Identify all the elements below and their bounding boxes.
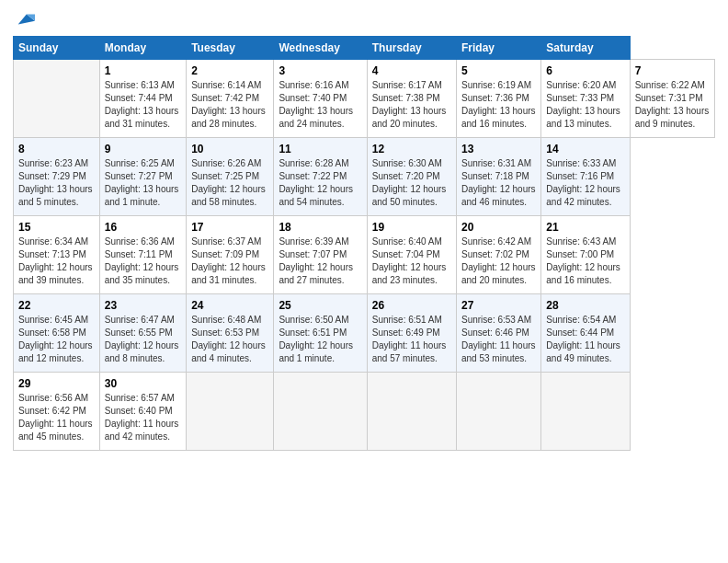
day-info: Sunrise: 6:40 AMSunset: 7:04 PMDaylight:… — [372, 236, 451, 287]
day-number: 18 — [279, 220, 361, 235]
day-info: Sunrise: 6:45 AMSunset: 6:58 PMDaylight:… — [18, 314, 95, 365]
daylight: Daylight: 13 hours and 16 minutes. — [461, 106, 536, 129]
calendar-cell: 26Sunrise: 6:51 AMSunset: 6:49 PMDayligh… — [367, 293, 456, 372]
sunset: Sunset: 7:00 PM — [546, 249, 614, 259]
daylight: Daylight: 13 hours and 20 minutes. — [372, 106, 447, 129]
sunrise: Sunrise: 6:25 AM — [105, 158, 175, 168]
sunrise: Sunrise: 6:16 AM — [279, 80, 348, 90]
daylight: Daylight: 13 hours and 24 minutes. — [279, 106, 353, 129]
calendar-cell: 8Sunrise: 6:23 AMSunset: 7:29 PMDaylight… — [14, 137, 100, 215]
sunrise: Sunrise: 6:54 AM — [546, 315, 616, 325]
day-of-week-monday: Monday — [99, 36, 186, 59]
day-info: Sunrise: 6:25 AMSunset: 7:27 PMDaylight:… — [105, 157, 181, 209]
calendar-cell — [14, 59, 100, 137]
sunrise: Sunrise: 6:45 AM — [18, 315, 88, 325]
day-info: Sunrise: 6:13 AMSunset: 7:44 PMDaylight:… — [105, 79, 181, 131]
day-number: 6 — [546, 63, 624, 78]
calendar-cell: 13Sunrise: 6:31 AMSunset: 7:18 PMDayligh… — [456, 137, 540, 215]
calendar-cell: 21Sunrise: 6:43 AMSunset: 7:00 PMDayligh… — [541, 215, 630, 293]
day-number: 4 — [372, 63, 451, 78]
sunset: Sunset: 6:44 PM — [546, 327, 614, 338]
day-number: 24 — [191, 298, 268, 313]
day-info: Sunrise: 6:28 AMSunset: 7:22 PMDaylight:… — [279, 157, 361, 209]
day-info: Sunrise: 6:54 AMSunset: 6:44 PMDaylight:… — [546, 314, 624, 365]
sunrise: Sunrise: 6:51 AM — [372, 315, 442, 325]
calendar-cell: 23Sunrise: 6:47 AMSunset: 6:55 PMDayligh… — [99, 293, 186, 372]
calendar-cell: 2Sunrise: 6:14 AMSunset: 7:42 PMDaylight… — [187, 59, 274, 137]
daylight: Daylight: 13 hours and 5 minutes. — [18, 184, 93, 207]
day-number: 3 — [279, 63, 361, 78]
sunrise: Sunrise: 6:13 AM — [105, 80, 175, 90]
sunset: Sunset: 6:42 PM — [18, 406, 86, 416]
calendar-week-4: 22Sunrise: 6:45 AMSunset: 6:58 PMDayligh… — [14, 293, 715, 372]
sunrise: Sunrise: 6:31 AM — [461, 158, 531, 168]
daylight: Daylight: 12 hours and 54 minutes. — [279, 184, 353, 207]
daylight: Daylight: 12 hours and 20 minutes. — [461, 262, 536, 285]
calendar-cell — [187, 372, 274, 450]
day-info: Sunrise: 6:14 AMSunset: 7:42 PMDaylight:… — [191, 79, 268, 131]
day-info: Sunrise: 6:39 AMSunset: 7:07 PMDaylight:… — [279, 236, 361, 287]
calendar-cell: 27Sunrise: 6:53 AMSunset: 6:46 PMDayligh… — [456, 293, 540, 372]
day-number: 2 — [191, 63, 268, 78]
sunrise: Sunrise: 6:36 AM — [105, 236, 175, 247]
daylight: Daylight: 11 hours and 45 minutes. — [18, 419, 93, 442]
calendar-cell — [456, 372, 540, 450]
sunset: Sunset: 7:09 PM — [191, 249, 259, 259]
day-info: Sunrise: 6:42 AMSunset: 7:02 PMDaylight:… — [461, 236, 536, 287]
calendar-cell: 29Sunrise: 6:56 AMSunset: 6:42 PMDayligh… — [14, 372, 100, 450]
logo-icon — [15, 9, 35, 29]
calendar-cell: 20Sunrise: 6:42 AMSunset: 7:02 PMDayligh… — [456, 215, 540, 293]
day-number: 14 — [546, 142, 624, 156]
sunrise: Sunrise: 6:47 AM — [105, 315, 175, 325]
day-number: 27 — [461, 298, 536, 313]
daylight: Daylight: 11 hours and 49 minutes. — [546, 340, 620, 363]
daylight: Daylight: 11 hours and 57 minutes. — [372, 340, 447, 363]
calendar-week-5: 29Sunrise: 6:56 AMSunset: 6:42 PMDayligh… — [14, 372, 715, 450]
day-of-week-sunday: Sunday — [14, 36, 100, 59]
sunrise: Sunrise: 6:53 AM — [461, 315, 531, 325]
calendar-cell: 10Sunrise: 6:26 AMSunset: 7:25 PMDayligh… — [187, 137, 274, 215]
daylight: Daylight: 12 hours and 50 minutes. — [372, 184, 447, 207]
sunset: Sunset: 7:25 PM — [191, 171, 259, 181]
day-number: 7 — [635, 63, 710, 78]
day-of-week-saturday: Saturday — [541, 36, 630, 59]
daylight: Daylight: 12 hours and 4 minutes. — [191, 340, 266, 363]
calendar-cell: 19Sunrise: 6:40 AMSunset: 7:04 PMDayligh… — [367, 215, 456, 293]
sunrise: Sunrise: 6:14 AM — [191, 80, 261, 90]
day-info: Sunrise: 6:48 AMSunset: 6:53 PMDaylight:… — [191, 314, 268, 365]
header — [13, 9, 715, 30]
day-number: 25 — [279, 298, 361, 313]
sunset: Sunset: 7:31 PM — [635, 93, 703, 103]
day-number: 26 — [372, 298, 451, 313]
day-number: 30 — [105, 376, 181, 391]
sunrise: Sunrise: 6:37 AM — [191, 236, 261, 247]
calendar-week-1: 1Sunrise: 6:13 AMSunset: 7:44 PMDaylight… — [14, 59, 715, 137]
calendar-cell: 7Sunrise: 6:22 AMSunset: 7:31 PMDaylight… — [630, 59, 714, 137]
calendar-cell: 5Sunrise: 6:19 AMSunset: 7:36 PMDaylight… — [456, 59, 540, 137]
day-number: 5 — [461, 63, 536, 78]
calendar-cell: 24Sunrise: 6:48 AMSunset: 6:53 PMDayligh… — [187, 293, 274, 372]
sunset: Sunset: 7:20 PM — [372, 171, 440, 181]
day-number: 12 — [372, 142, 451, 156]
day-info: Sunrise: 6:30 AMSunset: 7:20 PMDaylight:… — [372, 157, 451, 209]
sunset: Sunset: 6:58 PM — [18, 327, 86, 338]
sunrise: Sunrise: 6:22 AM — [635, 80, 705, 90]
day-info: Sunrise: 6:31 AMSunset: 7:18 PMDaylight:… — [461, 157, 536, 209]
calendar-table: SundayMondayTuesdayWednesdayThursdayFrid… — [13, 36, 715, 451]
calendar-cell — [541, 372, 630, 450]
sunrise: Sunrise: 6:19 AM — [461, 80, 531, 90]
calendar-cell: 4Sunrise: 6:17 AMSunset: 7:38 PMDaylight… — [367, 59, 456, 137]
calendar-cell: 17Sunrise: 6:37 AMSunset: 7:09 PMDayligh… — [187, 215, 274, 293]
daylight: Daylight: 12 hours and 23 minutes. — [372, 262, 447, 285]
sunset: Sunset: 6:40 PM — [105, 406, 173, 416]
calendar-cell: 15Sunrise: 6:34 AMSunset: 7:13 PMDayligh… — [14, 215, 100, 293]
daylight: Daylight: 11 hours and 42 minutes. — [105, 419, 179, 442]
sunset: Sunset: 7:02 PM — [461, 249, 529, 259]
sunrise: Sunrise: 6:43 AM — [546, 236, 616, 247]
calendar-cell: 1Sunrise: 6:13 AMSunset: 7:44 PMDaylight… — [99, 59, 186, 137]
sunset: Sunset: 7:04 PM — [372, 249, 440, 259]
day-number: 10 — [191, 142, 268, 156]
calendar-cell: 28Sunrise: 6:54 AMSunset: 6:44 PMDayligh… — [541, 293, 630, 372]
daylight: Daylight: 13 hours and 1 minute. — [105, 184, 179, 207]
day-number: 29 — [18, 376, 95, 391]
